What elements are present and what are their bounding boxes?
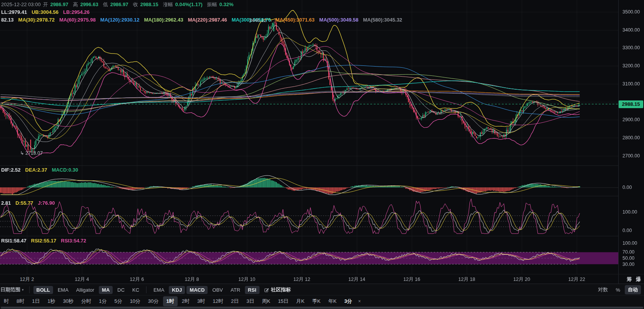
panel-tick-label: 0.00	[622, 184, 632, 190]
timeframe-item-1[interactable]: 8时	[13, 296, 28, 306]
timeframe-item-19[interactable]: 季K	[309, 296, 324, 306]
date-label: 12月 10	[235, 276, 258, 283]
date-label: 12月 14	[345, 276, 368, 283]
overlay-indicator-1[interactable]: EMA	[55, 286, 72, 294]
oscillator-indicator-4[interactable]: ATR	[228, 286, 243, 294]
timeframe-item-0[interactable]: 时	[0, 296, 12, 306]
panel-tick-label: 0.00	[622, 227, 632, 234]
price-tick-label: 3100.00	[622, 81, 640, 87]
timeframe-item-12[interactable]: 3时	[194, 296, 208, 306]
price-tick-label: 3300.00	[622, 45, 640, 51]
axis-chip-1[interactable]: 爆	[636, 276, 641, 283]
date-range-label: 日期范围	[0, 286, 20, 293]
price-tick-label: 3200.00	[622, 63, 640, 69]
timeframe-item-4[interactable]: 30秒	[60, 296, 77, 306]
timeframe-item-3[interactable]: 1秒	[44, 296, 58, 306]
timeframe-item-6[interactable]: 1分	[95, 296, 110, 306]
timeframe-item-15[interactable]: 3日	[243, 296, 258, 306]
timeframe-item-7[interactable]: 5分	[111, 296, 125, 306]
panel-tick-label: 100.00	[622, 209, 637, 215]
horizontal-scrollbar[interactable]	[0, 306, 644, 309]
scale-option-0[interactable]: 对数	[595, 285, 611, 294]
toolbar-divider	[146, 286, 146, 293]
timeframe-item-11[interactable]: 2时	[178, 296, 193, 306]
timeframe-item-21[interactable]: 3分	[341, 296, 355, 306]
overlay-indicator-5[interactable]: KC	[129, 286, 142, 294]
date-label: 12月 16	[400, 276, 423, 283]
overlay-indicator-4[interactable]: DC	[114, 286, 128, 294]
oscillator-indicator-5[interactable]: RSI	[245, 286, 260, 294]
date-label: 12月 6	[125, 276, 148, 283]
timeframe-item-17[interactable]: 15日	[275, 296, 292, 306]
price-tick-label: 2700.00	[622, 153, 640, 159]
date-label: 12月 22	[565, 276, 588, 283]
overlay-indicator-0[interactable]: BOLL	[33, 286, 53, 294]
time-axis[interactable]: 12月 212月 412月 612月 812月 1012月 1212月 1412…	[0, 274, 644, 284]
axis-chip-0[interactable]: 筹	[627, 276, 632, 283]
high-price-annotation: 3446.12 →	[249, 18, 273, 23]
overlay-indicator-3[interactable]: MA	[99, 286, 113, 294]
timeframe-item-18[interactable]: 月K	[293, 296, 308, 306]
current-price-badge: 2988.15	[619, 100, 643, 108]
timeframe-item-13[interactable]: 12时	[209, 296, 226, 306]
oscillator-indicator-group: EMAKDJMACDOBVATRRSI	[150, 286, 260, 294]
oscillator-indicator-3[interactable]: OBV	[209, 286, 226, 294]
date-label: 12月 12	[290, 276, 313, 283]
indicator-toolbar: 日期范围 ▾ BOLLEMAAlligatorMADCKC EMAKDJMACD…	[0, 284, 644, 296]
toolbar-divider	[29, 286, 30, 293]
date-label: 12月 18	[455, 276, 478, 283]
scale-option-1[interactable]: %	[612, 286, 623, 294]
community-indicators-label: 社区指标	[271, 286, 291, 293]
timeframe-item-14[interactable]: 2日	[228, 296, 242, 306]
close-icon[interactable]: ×	[358, 299, 361, 304]
price-tick-label: 3500.00	[622, 9, 640, 15]
overlay-indicator-2[interactable]: Alligator	[73, 286, 97, 294]
timeframe-toolbar: 时8时1日1秒30秒分时1分5分10分30分1时2时3时12时2日3日周K15日…	[0, 295, 644, 307]
timeframe-item-20[interactable]: 年K	[325, 296, 340, 306]
date-label: 12月 8	[180, 276, 203, 283]
timeframe-item-2[interactable]: 1日	[28, 296, 43, 306]
chart-canvas[interactable]	[0, 0, 644, 274]
axis-divider	[618, 274, 619, 284]
timeframe-item-10[interactable]: 1时	[163, 296, 178, 306]
panel-tick-label: 100.00	[622, 240, 637, 246]
date-label: 12月 2	[15, 276, 38, 283]
oscillator-indicator-1[interactable]: KDJ	[169, 286, 185, 294]
community-indicators-button[interactable]: 社区指标	[264, 286, 291, 293]
panel-tick-label: 70.00	[622, 249, 634, 255]
chevron-down-icon: ▾	[22, 288, 24, 292]
scale-option-2[interactable]: 自动	[625, 285, 641, 294]
overlay-indicator-group: BOLLEMAAlligatorMADCKC	[33, 286, 143, 294]
timeframe-item-16[interactable]: 周K	[258, 296, 274, 306]
panel-tick-label: 30.00	[622, 261, 634, 267]
price-tick-label: 3400.00	[622, 27, 640, 33]
timeframe-item-9[interactable]: 30分	[145, 296, 162, 306]
low-price-annotation: ↳ 2718.07	[20, 150, 43, 156]
price-tick-label: 2900.00	[622, 117, 640, 123]
price-tick-label: 2800.00	[622, 135, 640, 141]
timeframe-item-8[interactable]: 10分	[126, 296, 144, 306]
date-label: 12月 20	[510, 276, 533, 283]
oscillator-indicator-2[interactable]: MACD	[186, 286, 208, 294]
timeframe-item-5[interactable]: 分时	[78, 296, 95, 306]
scale-options-group: 对数%自动	[594, 285, 644, 294]
date-label: 12月 4	[70, 276, 93, 283]
trading-chart-app: 2025-12-22 03:00开2986.97高2996.63低2986.97…	[0, 0, 644, 309]
edit-icon	[264, 287, 269, 292]
panel-tick-label: 50.00	[622, 255, 634, 261]
scrollbar-thumb[interactable]	[1, 307, 643, 309]
date-range-button[interactable]: 日期范围 ▾	[0, 285, 26, 294]
oscillator-indicator-0[interactable]: EMA	[150, 286, 167, 294]
